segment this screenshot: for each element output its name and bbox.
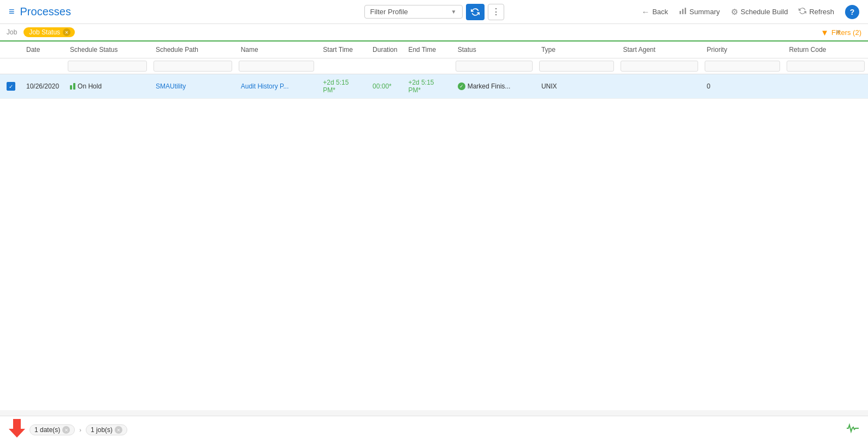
status-text: Marked Finis... xyxy=(468,82,511,90)
schedule-build-button[interactable]: ⚙ Schedule Build xyxy=(731,7,788,17)
row-schedule-status: On Hold xyxy=(64,74,150,99)
schedule-build-label: Schedule Build xyxy=(741,8,788,16)
help-button[interactable]: ? xyxy=(845,5,859,19)
dates-tag: 1 date(s) × xyxy=(29,424,75,435)
row-checkbox-cell[interactable]: ✓ xyxy=(0,74,21,99)
row-checkbox[interactable]: ✓ xyxy=(7,82,15,91)
duration-text: 00:00* xyxy=(373,82,392,90)
filter-icon: ▼ xyxy=(820,28,829,37)
refresh-label: Refresh xyxy=(809,8,834,16)
row-status: ✓ Marked Finis... xyxy=(452,74,536,99)
row-priority: 0 xyxy=(701,74,784,99)
schedule-status-filter[interactable] xyxy=(68,61,147,72)
chip-label: Job Status xyxy=(29,28,60,36)
back-button[interactable]: ← Back xyxy=(641,7,668,16)
more-options-button[interactable]: ⋮ xyxy=(488,4,504,20)
arrow-right-icon: › xyxy=(79,427,81,433)
bottom-bar: 1 date(s) × › 1 job(s) × xyxy=(0,416,868,443)
row-date: 10/26/2020 xyxy=(21,74,64,99)
status-marked-container: ✓ Marked Finis... xyxy=(458,82,530,90)
status-bars-icon xyxy=(70,83,75,90)
col-start-time[interactable]: Start Time xyxy=(317,42,367,58)
col-end-time[interactable]: End Time xyxy=(403,42,452,58)
col-date[interactable]: Date xyxy=(21,42,64,58)
top-header: ≡ Processes Filter Profile ▼ ⋮ ← Back Su… xyxy=(0,0,868,24)
svg-marker-3 xyxy=(9,419,25,438)
filter-profile-dropdown[interactable]: Filter Profile ▼ xyxy=(364,5,463,19)
jobs-remove-button[interactable]: × xyxy=(115,426,122,434)
table-row[interactable]: ✓ 10/26/2020 On Hold SMAUtility xyxy=(0,74,868,99)
dates-label: 1 date(s) xyxy=(34,426,60,434)
svg-rect-1 xyxy=(682,9,683,14)
start-agent-filter[interactable] xyxy=(621,61,698,72)
row-start-time: +2d 5:15 PM* xyxy=(317,74,367,99)
down-arrow-icon xyxy=(9,419,25,440)
processes-table: Date Schedule Status Schedule Path Name … xyxy=(0,42,868,99)
col-start-agent[interactable]: Start Agent xyxy=(617,42,701,58)
type-filter[interactable] xyxy=(539,61,615,72)
name-link[interactable]: Audit History P... xyxy=(241,82,289,90)
col-schedule-path[interactable]: Schedule Path xyxy=(150,42,235,58)
refresh-icon xyxy=(799,7,806,16)
jobs-label: 1 job(s) xyxy=(91,426,113,434)
svg-rect-2 xyxy=(685,8,686,14)
filter-profile-label: Filter Profile xyxy=(370,8,447,16)
col-status[interactable]: Status xyxy=(452,42,536,58)
filter-job-label: Job xyxy=(7,28,17,36)
back-arrow-icon: ← xyxy=(641,7,649,16)
row-duration: 00:00* xyxy=(367,74,403,99)
row-type: UNIX xyxy=(536,74,618,99)
col-checkbox xyxy=(0,42,21,58)
row-end-time: +2d 5:15 PM* xyxy=(403,74,452,99)
header-actions: ← Back Summary ⚙ Schedule Build Refresh … xyxy=(641,5,859,19)
row-return-code xyxy=(783,74,868,99)
svg-rect-0 xyxy=(680,11,681,14)
name-filter[interactable] xyxy=(239,61,315,72)
priority-filter[interactable] xyxy=(705,61,781,72)
hamburger-icon[interactable]: ≡ xyxy=(9,6,15,17)
refresh-button[interactable]: Refresh xyxy=(799,7,834,16)
chevron-down-icon: ▼ xyxy=(451,9,457,15)
page-title: Processes xyxy=(20,5,642,18)
bar-chart-icon xyxy=(679,7,687,16)
dates-remove-button[interactable]: × xyxy=(62,426,70,434)
col-type[interactable]: Type xyxy=(536,42,618,58)
filter-profile-area: Filter Profile ▼ ⋮ xyxy=(364,4,504,20)
schedule-status-text: On Hold xyxy=(78,82,102,90)
table-container: Date Schedule Status Schedule Path Name … xyxy=(0,42,868,410)
summary-button[interactable]: Summary xyxy=(679,7,720,16)
start-time-text: +2d 5:15 PM* xyxy=(323,79,349,94)
table-filter-row xyxy=(0,58,868,74)
jobs-tag: 1 job(s) × xyxy=(86,424,127,435)
status-filter[interactable] xyxy=(456,61,533,72)
check-circle-icon: ✓ xyxy=(458,82,465,90)
gear-icon: ⚙ xyxy=(731,7,738,17)
filters-count-label: Filters (2) xyxy=(831,28,861,37)
row-start-agent xyxy=(617,74,701,99)
row-schedule-path: SMAUtility xyxy=(150,74,235,99)
table-header-row: Date Schedule Status Schedule Path Name … xyxy=(0,42,868,58)
filters-count-button[interactable]: ▼ Filters (2) xyxy=(820,28,861,37)
col-schedule-status[interactable]: Schedule Status xyxy=(64,42,150,58)
row-name: Audit History P... xyxy=(235,74,318,99)
filter-bar: Job Job Status × × ▼ Filters (2) xyxy=(0,24,868,42)
return-code-filter[interactable] xyxy=(787,61,865,72)
schedule-path-link[interactable]: SMAUtility xyxy=(156,82,186,90)
col-duration[interactable]: Duration xyxy=(367,42,403,58)
end-time-text: +2d 5:15 PM* xyxy=(408,79,434,94)
back-label: Back xyxy=(652,8,668,16)
col-priority[interactable]: Priority xyxy=(701,42,784,58)
heartbeat-icon xyxy=(846,423,859,436)
col-return-code[interactable]: Return Code xyxy=(783,42,868,58)
job-status-chip: Job Status × xyxy=(23,27,75,37)
sync-button[interactable] xyxy=(466,4,485,20)
col-name[interactable]: Name xyxy=(235,42,318,58)
schedule-path-filter[interactable] xyxy=(153,61,232,72)
chip-close-button[interactable]: × xyxy=(63,28,70,36)
summary-label: Summary xyxy=(689,8,720,16)
